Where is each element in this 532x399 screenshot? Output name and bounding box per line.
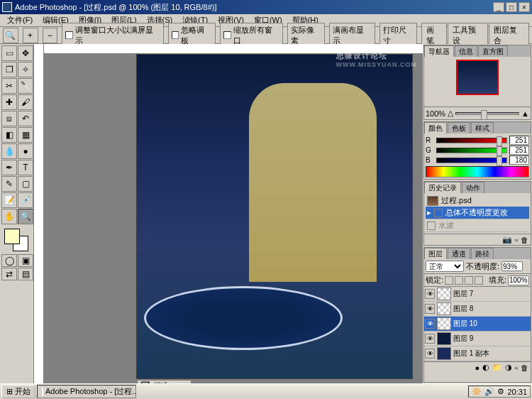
layer-style-icon[interactable]: ●	[475, 364, 480, 372]
lock-paint-icon[interactable]	[455, 276, 463, 285]
color-swatch[interactable]	[1, 227, 32, 253]
notes-tool[interactable]: 📝	[1, 192, 17, 208]
trash-icon[interactable]: 🗑	[521, 236, 528, 244]
screenmode2-button[interactable]: ▤	[18, 268, 33, 280]
shape-tool[interactable]: ▢	[18, 176, 33, 192]
tray-clock: 20:31	[507, 388, 527, 396]
move-tool[interactable]: ✥	[18, 45, 33, 61]
document-canvas[interactable]: 🔲 标准 ◐ ▣	[136, 54, 413, 379]
maximize-button[interactable]: □	[506, 2, 517, 12]
zoom-out-icon[interactable]: △	[448, 109, 453, 118]
color-spectrum[interactable]	[426, 166, 529, 177]
screenmode-button[interactable]: ▣	[18, 254, 33, 267]
history-item[interactable]: ▸ 总体不透明度更改	[426, 207, 529, 219]
slice-tool[interactable]: 🔪	[18, 78, 33, 94]
tab-history[interactable]: 历史记录	[424, 182, 461, 193]
fill-input[interactable]	[508, 275, 529, 285]
visibility-icon[interactable]: 👁	[425, 349, 435, 359]
tab-actions[interactable]: 动作	[462, 182, 484, 193]
dodge-tool[interactable]: ●	[18, 143, 33, 159]
history-snapshot[interactable]: 过程.psd	[426, 195, 529, 207]
system-tray[interactable]: 🔆 🔊 ⚙ 20:31	[468, 386, 531, 398]
tool-preset-picker[interactable]: 🔍	[3, 28, 18, 43]
marquee-tool[interactable]: ▭	[1, 45, 17, 61]
history-brush-tool[interactable]: ↶	[18, 111, 33, 126]
zoom-tool[interactable]: 🔍	[18, 209, 33, 224]
hand-tool[interactable]: ✋	[1, 209, 17, 224]
foreground-color[interactable]	[4, 229, 20, 244]
layer-row[interactable]: 👁图层 8	[424, 302, 531, 317]
new-set-icon[interactable]: 📁	[492, 363, 502, 372]
quickmask-button[interactable]: ◯	[1, 254, 17, 267]
gradient-tool[interactable]: ▦	[18, 127, 33, 143]
layer-row[interactable]: 👁图层 1 副本	[424, 346, 531, 361]
path-tool[interactable]: ✒	[1, 160, 17, 175]
taskbar-app-button[interactable]: Adobe Photoshop - [过程...	[37, 385, 136, 398]
magic-wand-tool[interactable]: ✧	[18, 62, 33, 77]
canvas-area[interactable]: 🔲 标准 ◐ ▣ 思缘设计论坛 WWW.MISSYUAN.COM	[44, 44, 423, 383]
lock-position-icon[interactable]	[465, 276, 473, 285]
layer-thumb-icon	[437, 332, 451, 345]
r-slider[interactable]	[436, 138, 507, 143]
zoom-in-icon[interactable]: ▲	[521, 109, 529, 118]
eraser-tool[interactable]: ◧	[1, 127, 17, 143]
tray-icon[interactable]: 🔆	[472, 387, 482, 396]
layer-row[interactable]: 👁图层 10	[424, 317, 531, 332]
nav-zoom-slider[interactable]	[455, 112, 519, 115]
visibility-icon[interactable]: 👁	[425, 334, 435, 344]
new-layer-icon[interactable]: ▫	[515, 364, 518, 372]
titlebar: Adobe Photoshop - [过程.psd @ 100% (图层 10,…	[0, 0, 532, 14]
tab-swatches[interactable]: 色板	[448, 122, 470, 133]
type-tool[interactable]: T	[18, 160, 33, 175]
tab-color[interactable]: 颜色	[424, 122, 447, 133]
brush-tool[interactable]: 🖌	[18, 94, 33, 110]
tab-channels[interactable]: 通道	[448, 248, 470, 259]
close-button[interactable]: ×	[519, 2, 530, 12]
navigator-thumbnail[interactable]	[456, 60, 499, 95]
g-value[interactable]: 251	[509, 146, 529, 155]
toolbox: ▭ ✥ ❐ ✧ ✂ 🔪 ✚ 🖌 ⧇ ↶ ◧ ▦ 💧 ● ✒ T ✎ ▢ 📝 💉 …	[0, 44, 34, 383]
tray-icon[interactable]: 🔊	[484, 387, 494, 396]
nav-zoom-value[interactable]: 100%	[426, 109, 445, 118]
b-slider[interactable]	[436, 158, 507, 163]
pen-tool[interactable]: ✎	[1, 176, 17, 192]
zoom-in-button[interactable]: +	[23, 28, 38, 43]
layer-row[interactable]: 👁图层 7	[424, 287, 531, 302]
tab-layers[interactable]: 图层	[424, 248, 447, 259]
delete-layer-icon[interactable]: 🗑	[521, 364, 528, 372]
lock-transparency-icon[interactable]	[445, 276, 453, 285]
r-value[interactable]: 251	[509, 136, 529, 145]
layer-mask-icon[interactable]: ◐	[482, 363, 489, 372]
zoom-out-button[interactable]: −	[43, 28, 58, 43]
eyedropper-tool[interactable]: 💉	[18, 192, 33, 208]
visibility-icon[interactable]: 👁	[425, 319, 435, 329]
b-value[interactable]: 180	[509, 155, 529, 165]
minimize-button[interactable]: _	[493, 2, 504, 12]
blend-mode-select[interactable]: 正常	[426, 261, 464, 272]
visibility-icon[interactable]: 👁	[425, 304, 435, 314]
new-doc-icon[interactable]: ▫	[515, 236, 518, 244]
start-button[interactable]: ⊞ 开始	[1, 385, 35, 398]
tray-icon[interactable]: ⚙	[497, 387, 504, 396]
crop-tool[interactable]: ✂	[1, 78, 17, 94]
lasso-tool[interactable]: ❐	[1, 62, 17, 77]
adjustment-icon[interactable]: ◑	[505, 363, 512, 372]
blur-tool[interactable]: 💧	[1, 143, 17, 159]
tab-navigator[interactable]: 导航器	[424, 45, 454, 57]
lock-all-icon[interactable]	[475, 276, 483, 285]
history-doc-name: 过程.psd	[441, 195, 472, 206]
new-snapshot-icon[interactable]: 📷	[502, 235, 512, 244]
layer-row[interactable]: 👁图层 9	[424, 332, 531, 346]
tab-paths[interactable]: 路径	[471, 248, 494, 259]
opacity-input[interactable]	[501, 261, 523, 271]
visibility-icon[interactable]: 👁	[425, 289, 435, 299]
healing-tool[interactable]: ✚	[1, 94, 17, 110]
g-slider[interactable]	[436, 148, 507, 153]
tab-info[interactable]: 信息	[455, 45, 477, 57]
tab-styles[interactable]: 样式	[471, 122, 494, 133]
tab-histogram[interactable]: 直方图	[478, 45, 508, 57]
menu-file[interactable]: 文件(F)	[3, 14, 37, 26]
imageready-button[interactable]: ⇄	[1, 268, 17, 280]
history-item[interactable]: 水波	[426, 219, 529, 232]
stamp-tool[interactable]: ⧇	[1, 111, 17, 126]
